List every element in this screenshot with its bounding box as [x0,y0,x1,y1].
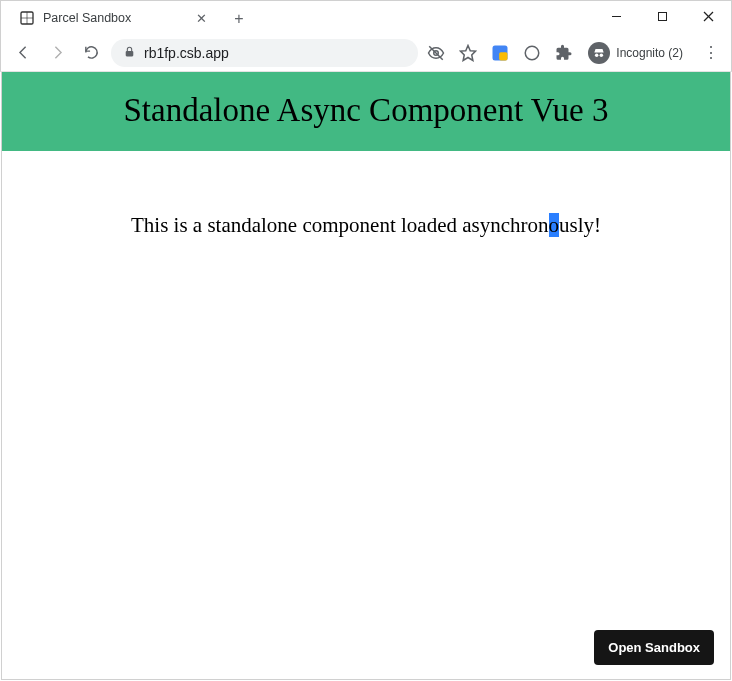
forward-button[interactable] [43,39,71,67]
new-tab-button[interactable]: + [225,5,253,33]
browser-toolbar: rb1fp.csb.app Incognito (2) ⋮ [0,34,732,72]
reload-button[interactable] [77,39,105,67]
notification-icon[interactable] [520,41,544,65]
maximize-button[interactable] [639,1,685,31]
window-controls [593,1,731,31]
app-header: Standalone Async Component Vue 3 [2,72,730,151]
incognito-label: Incognito (2) [616,46,683,60]
page-heading: Standalone Async Component Vue 3 [12,92,720,129]
close-window-button[interactable] [685,1,731,31]
page-content: This is a standalone component loaded as… [2,151,730,238]
svg-rect-5 [126,50,134,55]
lock-icon [123,45,136,61]
extension-icon-1[interactable] [488,41,512,65]
incognito-icon [588,42,610,64]
star-icon[interactable] [456,41,480,65]
svg-point-12 [595,53,599,57]
incognito-badge[interactable]: Incognito (2) [584,40,691,66]
svg-rect-10 [499,52,507,60]
svg-point-11 [526,46,540,60]
body-text-selection: o [549,213,560,237]
window-titlebar: Parcel Sandbox ✕ + [0,0,732,34]
svg-marker-8 [461,45,476,60]
browser-tab[interactable]: Parcel Sandbox ✕ [9,1,219,35]
minimize-button[interactable] [593,1,639,31]
tabstrip: Parcel Sandbox ✕ + [1,1,253,35]
body-text-pre: This is a standalone component loaded as… [131,213,549,237]
back-button[interactable] [9,39,37,67]
extensions-puzzle-icon[interactable] [552,41,576,65]
svg-rect-2 [658,12,666,20]
open-sandbox-button[interactable]: Open Sandbox [594,630,714,665]
svg-point-13 [600,53,604,57]
tab-close-button[interactable]: ✕ [193,10,209,26]
menu-button[interactable]: ⋮ [699,41,723,65]
page-viewport: Standalone Async Component Vue 3 This is… [1,72,731,680]
eye-off-icon[interactable] [424,41,448,65]
url-text: rb1fp.csb.app [144,45,229,61]
tab-title: Parcel Sandbox [43,11,185,25]
address-bar[interactable]: rb1fp.csb.app [111,39,418,67]
body-text-post: usly! [559,213,601,237]
toolbar-right-icons: Incognito (2) ⋮ [424,40,723,66]
tab-favicon-icon [19,10,35,26]
